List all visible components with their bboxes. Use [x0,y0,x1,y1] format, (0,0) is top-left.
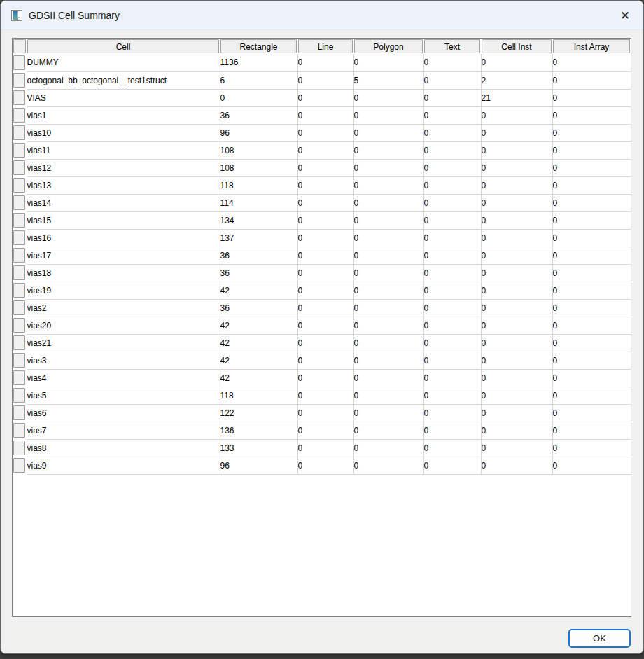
cell-value[interactable]: 0 [424,264,481,282]
cell-value[interactable]: 0 [298,141,354,159]
cell-value[interactable]: 36 [220,264,298,282]
cell-value[interactable]: 36 [220,299,298,317]
row-header-cell[interactable] [13,387,27,404]
cell-value[interactable]: 0 [298,404,354,422]
cell-value[interactable]: 0 [298,106,354,124]
row-header-cell[interactable] [13,317,27,334]
close-icon[interactable]: ✕ [612,3,638,28]
cell-value[interactable]: 0 [354,352,424,369]
cell-value[interactable]: 0 [424,404,481,422]
cell-value[interactable]: 0 [552,141,631,159]
cell-name[interactable]: vias15 [27,211,220,229]
cell-value[interactable]: 0 [354,264,424,282]
cell-value[interactable]: 0 [481,352,552,369]
row-header-cell[interactable] [13,106,27,124]
cell-value[interactable]: 0 [354,439,424,457]
cell-value[interactable]: 0 [481,211,552,229]
cell-value[interactable]: 0 [481,264,552,282]
cell-value[interactable]: 133 [220,439,298,457]
cell-value[interactable]: 36 [220,247,298,264]
cell-value[interactable]: 114 [220,194,298,211]
cell-value[interactable]: 21 [481,89,552,106]
cell-name[interactable]: vias12 [27,159,220,176]
row-header-cell[interactable] [13,229,27,247]
cell-value[interactable]: 0 [424,334,481,352]
row-header-cell[interactable] [13,211,27,229]
cell-value[interactable]: 134 [220,211,298,229]
cell-name[interactable]: vias17 [27,247,220,264]
cell-value[interactable]: 42 [220,352,298,369]
cell-value[interactable]: 0 [424,247,481,264]
cell-value[interactable]: 42 [220,369,298,387]
cell-value[interactable]: 0 [424,89,481,106]
row-header-cell[interactable] [13,159,27,176]
cell-name[interactable]: vias7 [27,422,220,439]
cell-value[interactable]: 5 [354,71,424,89]
row-header-cell[interactable] [13,71,27,89]
cell-name[interactable]: vias11 [27,141,220,159]
cell-value[interactable]: 0 [424,71,481,89]
cell-value[interactable]: 0 [481,106,552,124]
cell-value[interactable]: 0 [424,387,481,404]
cell-value[interactable]: 0 [552,247,631,264]
cell-value[interactable]: 0 [298,211,354,229]
cell-value[interactable]: 0 [354,317,424,334]
cell-value[interactable]: 0 [354,106,424,124]
cell-value[interactable]: 0 [298,387,354,404]
cell-value[interactable]: 108 [220,141,298,159]
column-header-cell-inst[interactable]: Cell Inst [481,39,552,54]
cell-name[interactable]: vias8 [27,439,220,457]
cell-value[interactable]: 0 [552,457,631,474]
cell-value[interactable]: 1136 [220,54,298,71]
cell-value[interactable]: 0 [481,229,552,247]
cell-name[interactable]: vias5 [27,387,220,404]
cell-value[interactable]: 0 [298,71,354,89]
cell-name[interactable]: DUMMY [27,54,220,71]
cell-value[interactable]: 0 [481,54,552,71]
row-header-cell[interactable] [13,369,27,387]
cell-value[interactable]: 0 [298,422,354,439]
cell-value[interactable]: 0 [354,176,424,194]
cell-value[interactable]: 0 [298,124,354,141]
column-header-line[interactable]: Line [298,39,354,54]
row-header-cell[interactable] [13,194,27,211]
cell-name[interactable]: octogonal_bb_octogonal__test1struct [27,71,220,89]
cell-value[interactable]: 0 [424,124,481,141]
cell-value[interactable]: 0 [424,369,481,387]
row-header-cell[interactable] [13,352,27,369]
cell-value[interactable]: 0 [298,247,354,264]
cell-value[interactable]: 0 [424,299,481,317]
cell-value[interactable]: 0 [481,159,552,176]
cell-value[interactable]: 0 [552,229,631,247]
cell-value[interactable]: 0 [424,176,481,194]
ok-button[interactable]: OK [568,629,631,648]
cell-value[interactable]: 96 [220,457,298,474]
cell-name[interactable]: vias19 [27,282,220,299]
cell-value[interactable]: 0 [298,229,354,247]
cell-value[interactable]: 0 [298,439,354,457]
cell-value[interactable]: 0 [552,369,631,387]
row-header-cell[interactable] [13,176,27,194]
cell-value[interactable]: 0 [298,282,354,299]
cell-value[interactable]: 0 [354,457,424,474]
cell-value[interactable]: 0 [298,369,354,387]
row-header-cell[interactable] [13,457,27,474]
cell-value[interactable]: 0 [354,387,424,404]
column-header-rectangle[interactable]: Rectangle [220,39,298,54]
cell-value[interactable]: 0 [552,54,631,71]
cell-value[interactable]: 0 [424,106,481,124]
cell-value[interactable]: 0 [298,89,354,106]
cell-value[interactable]: 42 [220,317,298,334]
cell-value[interactable]: 0 [424,54,481,71]
cell-value[interactable]: 0 [481,299,552,317]
cell-value[interactable]: 0 [424,159,481,176]
cell-value[interactable]: 0 [481,141,552,159]
row-header-cell[interactable] [13,299,27,317]
cell-value[interactable]: 0 [424,194,481,211]
cell-value[interactable]: 0 [481,194,552,211]
row-header-cell[interactable] [13,404,27,422]
row-header-cell[interactable] [13,439,27,457]
cell-value[interactable]: 0 [354,422,424,439]
cell-value[interactable]: 0 [354,404,424,422]
cell-value[interactable]: 0 [552,317,631,334]
